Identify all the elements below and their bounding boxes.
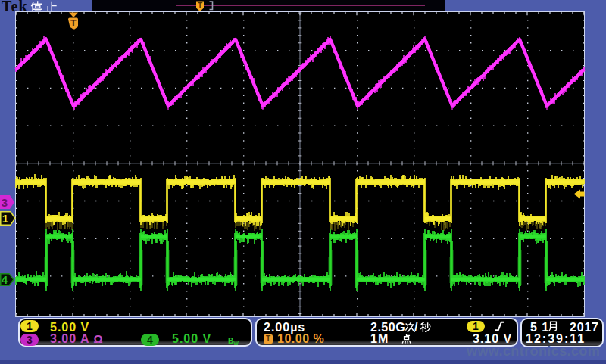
- svg-text:1: 1: [2, 212, 8, 225]
- svg-text:4: 4: [2, 273, 8, 286]
- svg-text:3: 3: [2, 196, 8, 209]
- svg-text:T: T: [70, 18, 77, 29]
